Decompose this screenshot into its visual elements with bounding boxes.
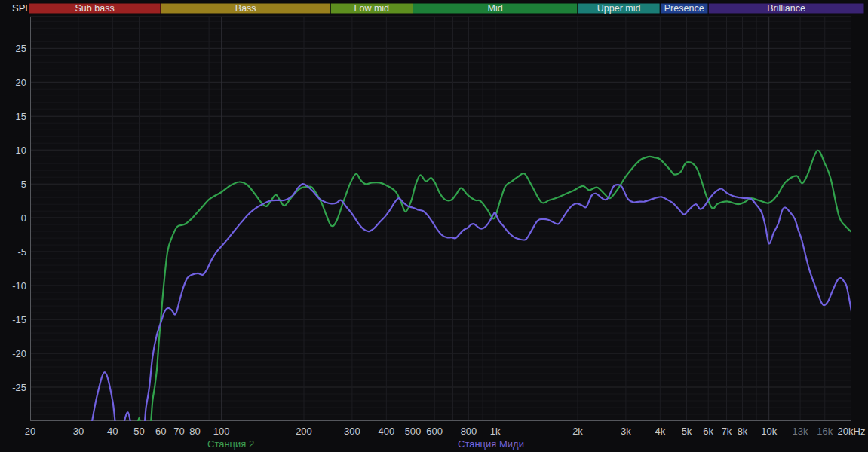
x-tick-label: 1k — [490, 426, 501, 437]
x-tick-label: 8k — [738, 426, 748, 437]
y-tick-label: 5 — [21, 179, 26, 190]
x-tick-label: 16k — [817, 426, 833, 437]
y-tick-label: -15 — [12, 314, 26, 325]
x-tick-label: 2k — [572, 426, 583, 437]
y-tick-label: 15 — [16, 111, 26, 122]
band-label-upper-mid: Upper mid — [597, 3, 641, 14]
x-tick-label: 100 — [213, 426, 230, 437]
x-tick-label: 70 — [173, 426, 184, 437]
x-tick-label: 400 — [378, 426, 394, 437]
band-label-sub-bass: Sub bass — [75, 3, 115, 14]
x-tick-label: 6k — [703, 426, 713, 437]
y-tick-label: -20 — [12, 348, 26, 359]
x-tick-label: 4k — [655, 426, 665, 437]
y-tick-label: 20 — [16, 77, 26, 88]
band-label-bass: Bass — [235, 3, 256, 14]
x-tick-label: 800 — [461, 426, 477, 437]
x-tick-label: 500 — [405, 426, 422, 437]
x-tick-label: 5k — [682, 426, 692, 437]
x-tick-label: 20 — [25, 426, 35, 437]
y-tick-label: 25 — [16, 43, 26, 54]
y-tick-label: -10 — [12, 280, 26, 292]
band-label-low-mid: Low mid — [354, 3, 390, 14]
legend-item-station-midi[interactable]: Станция Миди — [458, 438, 524, 450]
y-tick-label: -5 — [17, 246, 26, 258]
y-tick-label: 10 — [16, 145, 26, 156]
x-tick-label: 50 — [133, 426, 144, 437]
spl-chart: Sub bassBassLow midMidUpper midPresenceB… — [0, 0, 868, 452]
x-tick-label: 20kHz — [838, 426, 866, 437]
x-tick-label: 40 — [107, 426, 118, 437]
legend-item-station-2[interactable]: Станция 2 — [207, 438, 254, 450]
x-tick-label: 600 — [426, 426, 443, 437]
x-tick-label: 300 — [344, 426, 360, 437]
x-tick-label: 3k — [621, 426, 631, 437]
x-tick-label: 200 — [296, 426, 312, 437]
band-label-brilliance: Brilliance — [767, 3, 805, 14]
x-tick-label: 30 — [73, 426, 84, 437]
band-label-mid: Mid — [488, 3, 503, 14]
x-tick-label: 60 — [155, 426, 166, 437]
x-tick-label: 80 — [189, 426, 200, 437]
x-tick-label: 10k — [761, 426, 777, 437]
y-tick-label: 0 — [21, 212, 26, 224]
y-tick-label: -25 — [12, 382, 26, 393]
x-tick-label: 7k — [722, 426, 732, 437]
band-label-presence: Presence — [664, 3, 704, 14]
spl-graph-panel: SPL Sub bassBassLow midMidUpper midPrese… — [0, 0, 868, 452]
x-tick-label: 13k — [793, 426, 808, 437]
